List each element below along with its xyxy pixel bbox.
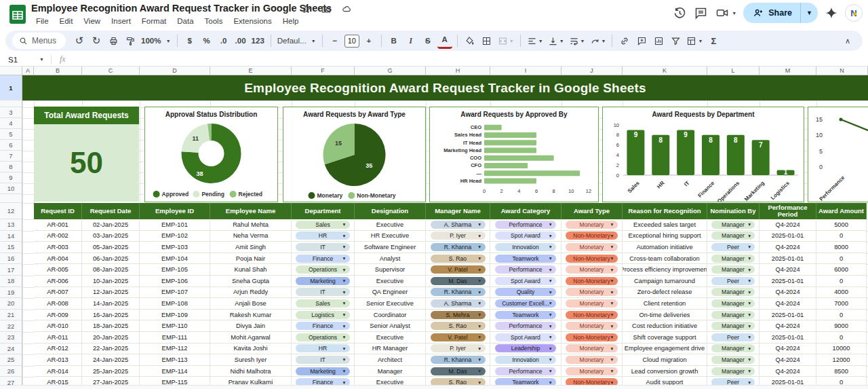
cell[interactable]: EMP-101 xyxy=(140,219,210,231)
format-currency-button[interactable]: $ xyxy=(182,33,197,49)
column-header-E[interactable]: E xyxy=(210,67,292,75)
cell[interactable]: Teamwork▼ xyxy=(490,253,561,265)
cell[interactable]: Manager▼ xyxy=(707,320,760,332)
row-header-24[interactable]: 24 xyxy=(0,344,22,355)
cell[interactable]: AR-010 xyxy=(34,320,82,332)
cell[interactable]: Manager▼ xyxy=(707,264,760,276)
cell[interactable]: Lead conversion growth xyxy=(623,366,707,377)
document-title[interactable]: Employee Recognition Award Request Track… xyxy=(31,3,332,14)
row-header-11[interactable] xyxy=(0,194,22,203)
row-header-4[interactable]: 4 xyxy=(0,118,22,129)
cell[interactable]: 7000 xyxy=(816,298,867,310)
cell[interactable]: QA Engineer xyxy=(355,287,426,299)
cell[interactable]: Marketing▼ xyxy=(292,276,355,287)
nomination-dropdown[interactable]: Manager▼ xyxy=(711,288,755,296)
column-header-D[interactable]: D xyxy=(140,67,210,75)
row-header-1[interactable]: 1 xyxy=(0,75,22,100)
cell[interactable]: Customer Excell...▼ xyxy=(490,298,561,310)
cell[interactable]: Manager▼ xyxy=(707,219,760,231)
row-header-26[interactable]: 26 xyxy=(0,366,22,377)
vertical-align-button[interactable]: ▼ xyxy=(547,33,566,49)
cell[interactable]: Non-Monetary▼ xyxy=(561,276,623,287)
cell[interactable]: Mohit Agarwal xyxy=(210,332,292,344)
cell[interactable]: IT▼ xyxy=(292,242,355,253)
cell[interactable]: Peer▼ xyxy=(707,276,760,287)
category-dropdown[interactable]: Spot Award▼ xyxy=(495,231,556,240)
category-dropdown[interactable]: Performance▼ xyxy=(495,265,556,274)
column-header-L[interactable]: L xyxy=(707,67,760,75)
type-dropdown[interactable]: Non-Monetary▼ xyxy=(566,255,618,263)
cell[interactable]: V. Patel▼ xyxy=(426,264,490,276)
zoom-control[interactable]: 100% ▼ xyxy=(140,33,172,49)
column-header-M[interactable]: M xyxy=(760,67,816,75)
cell[interactable]: Monetary▼ xyxy=(561,242,623,253)
cell[interactable]: M. Das▼ xyxy=(426,366,490,377)
cell[interactable]: Senior Analyst xyxy=(355,320,426,332)
fill-color-button[interactable] xyxy=(462,33,477,49)
cell[interactable]: Operations▼ xyxy=(292,264,355,276)
manager-dropdown[interactable]: R. Khanna▼ xyxy=(431,356,486,364)
cell[interactable]: Manager▼ xyxy=(707,231,760,242)
cell[interactable]: 06-Jan-2025 xyxy=(82,253,140,265)
department-dropdown[interactable]: Finance▼ xyxy=(296,255,349,263)
cell[interactable]: HR▼ xyxy=(292,231,355,242)
cell[interactable]: 2025-01-01 xyxy=(760,253,816,265)
font-selector[interactable]: Defaul... ▼ xyxy=(276,33,317,49)
cell[interactable]: AR-009 xyxy=(34,310,82,321)
nomination-dropdown[interactable]: Manager▼ xyxy=(711,265,755,274)
cell[interactable]: 8000 xyxy=(816,242,867,253)
redo-button[interactable]: ↻ xyxy=(89,33,104,49)
category-dropdown[interactable]: Spot Award▼ xyxy=(495,333,556,341)
nomination-dropdown[interactable]: Peer▼ xyxy=(711,243,755,251)
type-dropdown[interactable]: Non-Monetary▼ xyxy=(566,231,618,240)
cell[interactable]: 03-Jan-2025 xyxy=(82,231,140,242)
menu-extensions[interactable]: Extensions xyxy=(229,16,276,26)
department-dropdown[interactable]: IT▼ xyxy=(296,356,349,364)
cell[interactable]: AR-011 xyxy=(34,332,82,344)
cell[interactable]: 2025-01-01 xyxy=(760,332,816,344)
merge-cells-button[interactable]: ▼ xyxy=(496,33,515,49)
nomination-dropdown[interactable]: Manager▼ xyxy=(711,356,755,364)
menu-insert[interactable]: Insert xyxy=(106,16,136,26)
cell[interactable]: HR Executive xyxy=(355,231,426,242)
cell[interactable]: 0 xyxy=(816,310,867,321)
horizontal-align-button[interactable]: ▼ xyxy=(526,33,545,49)
cell[interactable]: Non-Monetary▼ xyxy=(561,253,623,265)
cell[interactable]: Executive xyxy=(355,332,426,344)
manager-dropdown[interactable]: A. Sharma▼ xyxy=(431,221,486,229)
share-button[interactable]: Share ▼ xyxy=(743,3,818,23)
type-dropdown[interactable]: Monetary▼ xyxy=(566,288,618,296)
cell[interactable]: HR▼ xyxy=(292,344,355,355)
cell[interactable]: Nidhi Malhotra xyxy=(210,366,292,377)
cell[interactable]: EMP-109 xyxy=(140,310,210,321)
more-formats-button[interactable]: 123 xyxy=(250,33,266,49)
print-button[interactable] xyxy=(106,33,121,49)
cell[interactable]: 20-Jan-2025 xyxy=(82,332,140,344)
cell[interactable]: Client retention xyxy=(623,298,707,310)
cell[interactable]: Peer▼ xyxy=(707,332,760,344)
menu-tools[interactable]: Tools xyxy=(200,16,228,26)
column-header-G[interactable]: G xyxy=(355,67,426,75)
nomination-dropdown[interactable]: Manager▼ xyxy=(711,299,755,308)
cell[interactable]: Supervisor xyxy=(355,264,426,276)
row-header-21[interactable]: 21 xyxy=(0,310,22,321)
cell[interactable]: Performance▼ xyxy=(490,320,561,332)
cell[interactable]: AR-013 xyxy=(34,354,82,366)
text-wrap-button[interactable]: ▼ xyxy=(568,33,587,49)
row-header-23[interactable]: 23 xyxy=(0,332,22,344)
category-dropdown[interactable]: Performance▼ xyxy=(495,367,556,375)
cell[interactable]: Marketing▼ xyxy=(292,366,355,377)
cell[interactable]: 08-Jan-2025 xyxy=(82,264,140,276)
column-header-N[interactable]: N xyxy=(816,67,868,75)
row-header-22[interactable]: 22 xyxy=(0,320,22,332)
cell[interactable]: 24-Jan-2025 xyxy=(82,354,140,366)
column-header-C[interactable]: C xyxy=(82,67,140,75)
functions-button[interactable]: Σ xyxy=(706,33,721,49)
category-dropdown[interactable]: Innovation▼ xyxy=(495,243,556,251)
department-dropdown[interactable]: Sales▼ xyxy=(296,221,349,229)
cell[interactable]: Q4-2024 xyxy=(760,298,816,310)
row-header-16[interactable]: 16 xyxy=(0,253,22,265)
department-dropdown[interactable]: Operations▼ xyxy=(296,265,349,274)
cell[interactable]: 10000 xyxy=(816,344,867,355)
cell[interactable]: P. Iyer▼ xyxy=(426,231,490,242)
